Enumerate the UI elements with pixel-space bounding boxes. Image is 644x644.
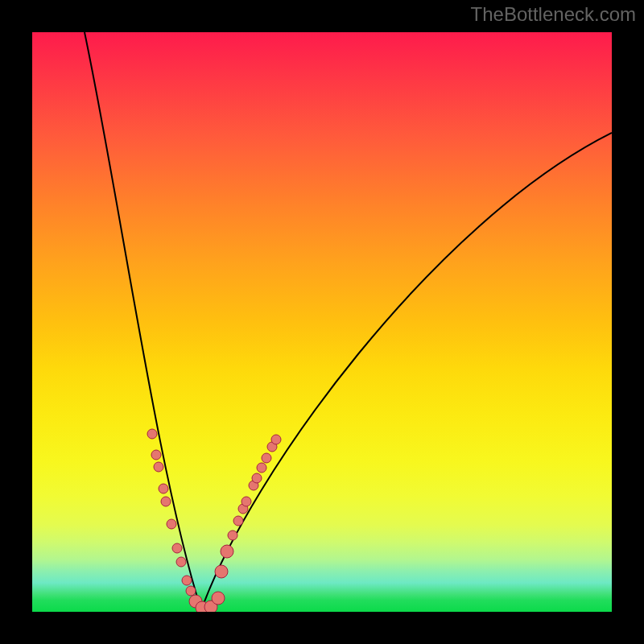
data-marker (257, 463, 266, 473)
data-marker (215, 565, 228, 578)
data-marker (154, 462, 163, 472)
data-marker (167, 519, 176, 529)
data-marker (242, 497, 251, 506)
data-marker (212, 592, 225, 605)
data-marker (233, 516, 243, 526)
data-marker (176, 557, 186, 567)
data-marker (147, 429, 157, 439)
data-marker (151, 450, 161, 460)
data-marker (186, 586, 196, 596)
chart-svg (32, 32, 612, 612)
plot-area (32, 32, 612, 612)
marker-group (147, 429, 281, 612)
data-marker (262, 453, 271, 463)
data-marker (182, 576, 192, 585)
bottleneck-curve (85, 32, 612, 610)
watermark-text: TheBottleneck.com (471, 3, 636, 26)
data-marker (161, 497, 171, 506)
data-marker (271, 435, 281, 444)
data-marker (221, 545, 233, 558)
data-marker (159, 484, 168, 493)
data-marker (228, 530, 237, 540)
chart-container: TheBottleneck.com (0, 0, 644, 644)
data-marker (252, 473, 262, 483)
data-marker (172, 543, 182, 553)
